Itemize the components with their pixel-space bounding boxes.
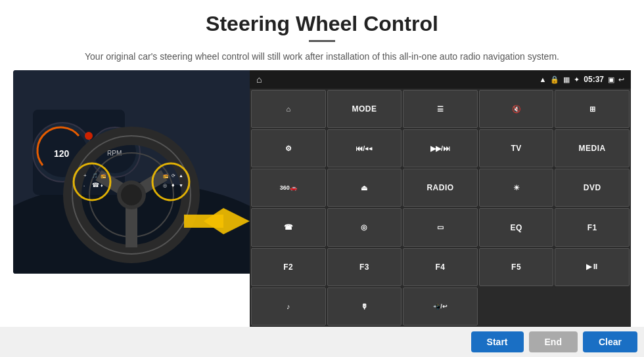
content-area: 120 RPM xyxy=(0,70,644,327)
svg-point-9 xyxy=(85,132,93,140)
start-button[interactable]: Start xyxy=(471,331,524,352)
eject-button[interactable]: ⏏ xyxy=(327,169,402,207)
title-divider xyxy=(309,40,335,42)
clear-button[interactable]: Clear xyxy=(583,331,637,352)
wifi-icon: ▲ xyxy=(539,75,546,83)
empty-btn-1 xyxy=(479,287,554,326)
music-button[interactable]: ♪ xyxy=(251,287,326,326)
window-icon: ▣ xyxy=(608,75,614,84)
f5-button[interactable]: F5 xyxy=(479,248,554,286)
svg-text:☎: ☎ xyxy=(92,182,99,188)
dvd-button[interactable]: DVD xyxy=(555,169,630,207)
mute-button[interactable]: 🔇 xyxy=(479,90,554,128)
svg-text:🎵: 🎵 xyxy=(92,173,98,178)
back-icon: ↩ xyxy=(618,75,624,84)
mode-button[interactable]: MODE xyxy=(327,90,402,128)
call-toggle-button[interactable]: 📲/↩ xyxy=(403,287,478,326)
end-button[interactable]: End xyxy=(529,331,578,352)
svg-text:📻: 📻 xyxy=(101,173,106,178)
f4-button[interactable]: F4 xyxy=(403,248,478,286)
subtitle-text: Your original car's steering wheel contr… xyxy=(39,50,605,64)
svg-text:▲: ▲ xyxy=(179,173,183,178)
svg-point-17 xyxy=(121,184,142,205)
page-title: Steering Wheel Control xyxy=(39,12,605,36)
f2-button[interactable]: F2 xyxy=(251,248,326,286)
playpause-button[interactable]: ▶⏸ xyxy=(555,248,630,286)
svg-text:◎: ◎ xyxy=(163,183,167,188)
status-bar: ⌂ ▲ 🔒 ▦ ✦ 05:37 ▣ ↩ xyxy=(250,70,631,89)
time-display: 05:37 xyxy=(584,75,604,84)
list-button[interactable]: ☰ xyxy=(403,90,478,128)
settings-button[interactable]: ⚙ xyxy=(251,129,326,167)
status-bar-right: ▲ 🔒 ▦ ✦ 05:37 ▣ ↩ xyxy=(539,75,624,84)
media-button[interactable]: MEDIA xyxy=(555,129,630,167)
car-image-section: 120 RPM xyxy=(13,70,250,274)
home-icon: ⌂ xyxy=(256,74,262,85)
status-bar-left: ⌂ xyxy=(256,74,262,85)
buttons-grid: ⌂ MODE ☰ 🔇 ⊞ ⚙ ⏮/◀◀ ▶▶/⏭ TV MEDIA 360🚗 ⏏… xyxy=(250,89,631,327)
brightness-button[interactable]: ☀ xyxy=(479,169,554,207)
next-button[interactable]: ▶▶/⏭ xyxy=(403,129,478,167)
svg-text:♦: ♦ xyxy=(101,183,103,188)
phone-button[interactable]: ☎ xyxy=(251,208,326,246)
header-section: Steering Wheel Control Your original car… xyxy=(0,0,644,70)
mic-button[interactable]: 🎙 xyxy=(327,287,402,326)
bottom-bar: Start End Clear xyxy=(0,327,644,357)
svg-rect-33 xyxy=(184,215,223,228)
empty-btn-2 xyxy=(555,287,630,326)
home-button[interactable]: ⌂ xyxy=(251,90,326,128)
eq-button[interactable]: EQ xyxy=(479,208,554,246)
f3-button[interactable]: F3 xyxy=(327,248,402,286)
svg-text:▼: ▼ xyxy=(179,183,183,188)
prev-button[interactable]: ⏮/◀◀ xyxy=(327,129,402,167)
360-button[interactable]: 360🚗 xyxy=(251,169,326,207)
radio-panel: ⌂ ▲ 🔒 ▦ ✦ 05:37 ▣ ↩ ⌂ MODE ☰ 🔇 xyxy=(250,70,631,327)
radio-button[interactable]: RADIO xyxy=(403,169,478,207)
sim-icon: ▦ xyxy=(563,75,570,84)
nav-button[interactable]: ◎ xyxy=(327,208,402,246)
svg-text:♦: ♦ xyxy=(172,182,175,188)
screen-button[interactable]: ▭ xyxy=(403,208,478,246)
f1-button[interactable]: F1 xyxy=(555,208,630,246)
page-container: Steering Wheel Control Your original car… xyxy=(0,0,644,357)
svg-text:120: 120 xyxy=(54,148,70,159)
grid-button[interactable]: ⊞ xyxy=(555,90,630,128)
lock-icon: 🔒 xyxy=(550,75,559,84)
svg-text:📻: 📻 xyxy=(163,173,169,178)
svg-text:⟳: ⟳ xyxy=(172,173,175,178)
bluetooth-icon: ✦ xyxy=(574,75,580,84)
tv-button[interactable]: TV xyxy=(479,129,554,167)
svg-text:+: + xyxy=(83,173,87,178)
svg-text:RPM: RPM xyxy=(107,150,122,157)
